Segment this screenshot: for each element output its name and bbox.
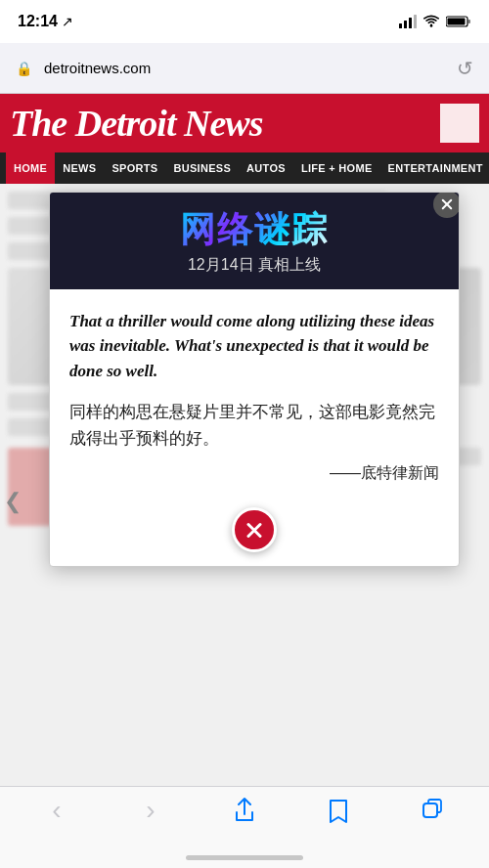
home-indicator — [186, 855, 303, 860]
nav-item-entertainment[interactable]: ENTERTAINMENT — [380, 152, 489, 184]
status-time: 12:14 — [18, 13, 58, 30]
nav-item-business[interactable]: BUSINESS — [165, 152, 239, 184]
forward-icon: › — [146, 797, 155, 824]
back-arrow[interactable]: ❮ — [4, 489, 22, 514]
svg-rect-7 — [448, 19, 466, 25]
ad-review-chinese: 同样的构思在悬疑片里并不常见，这部电影竟然完成得出乎预料的好。 — [69, 399, 439, 452]
site-title: The Detroit News — [10, 102, 262, 145]
back-icon: ‹ — [52, 797, 61, 824]
svg-point-4 — [430, 24, 433, 27]
tabs-button[interactable] — [408, 797, 457, 824]
ad-popup: 网络谜踪 12月14日 真相上线 That a thriller would c… — [49, 192, 460, 567]
ad-banner: 网络谜踪 12月14日 真相上线 — [50, 193, 459, 289]
ad-subtitle: 12月14日 真相上线 — [69, 255, 439, 276]
ad-close-bottom-button[interactable] — [232, 507, 277, 552]
bookmarks-button[interactable] — [314, 797, 363, 824]
status-bar: 12:14 ↗ — [0, 0, 489, 43]
ad-close-top-button[interactable] — [433, 192, 460, 218]
nav-item-autos[interactable]: AUTOS — [239, 152, 293, 184]
lock-icon: 🔒 — [16, 61, 32, 76]
browser-bar: 🔒 detroitnews.com ↺ — [0, 43, 489, 94]
ad-movie-title: 网络谜踪 — [180, 210, 329, 249]
svg-rect-0 — [399, 23, 402, 28]
page-content: ❮ 网络谜踪 12月14日 真相上线 That a thriller would… — [0, 184, 489, 819]
status-icons — [399, 15, 471, 28]
share-button[interactable] — [220, 797, 269, 824]
nav-item-sports[interactable]: SPORTS — [104, 152, 165, 184]
site-header-logo-right — [440, 104, 479, 143]
url-display[interactable]: detroitnews.com — [44, 60, 151, 76]
svg-rect-1 — [404, 21, 407, 28]
reload-button[interactable]: ↺ — [457, 57, 473, 80]
nav-item-news[interactable]: NEWS — [55, 152, 104, 184]
ad-review-english: That a thriller would come along utilizi… — [69, 309, 439, 384]
svg-rect-2 — [409, 18, 412, 28]
svg-rect-3 — [414, 15, 417, 28]
signal-icon — [399, 15, 417, 28]
navigation-arrow: ↗ — [62, 14, 73, 29]
battery-icon — [446, 15, 471, 28]
svg-rect-8 — [423, 803, 437, 817]
ad-attribution: ——底特律新闻 — [69, 463, 439, 484]
tabs-icon — [421, 797, 444, 824]
nav-item-life-home[interactable]: LIFE + HOME — [293, 152, 380, 184]
forward-button[interactable]: › — [126, 797, 175, 824]
bookmarks-icon — [327, 797, 350, 824]
ad-review-section: That a thriller would come along utilizi… — [50, 289, 459, 500]
share-icon — [233, 797, 256, 824]
back-button[interactable]: ‹ — [32, 797, 81, 824]
nav-item-home[interactable]: HOME — [6, 152, 55, 184]
nav-bar: HOME NEWS SPORTS BUSINESS AUTOS LIFE + H… — [0, 152, 489, 184]
site-header: The Detroit News — [0, 94, 489, 152]
ad-close-bottom-section — [50, 499, 459, 566]
wifi-icon — [422, 15, 440, 28]
svg-rect-6 — [468, 20, 471, 23]
